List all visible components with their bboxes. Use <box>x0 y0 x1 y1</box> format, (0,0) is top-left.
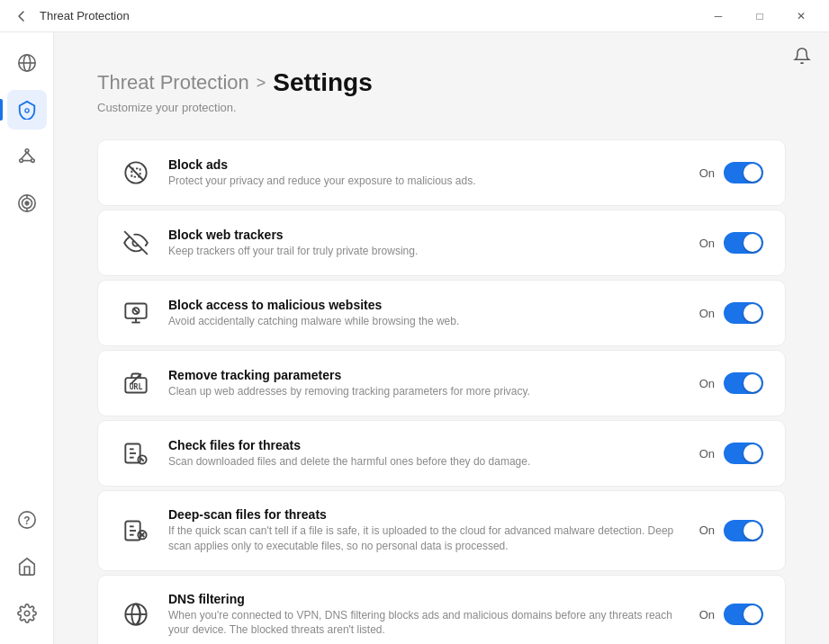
block-web-trackers-toggle[interactable] <box>724 232 763 254</box>
sidebar-item-shield[interactable] <box>7 90 47 130</box>
svg-point-7 <box>31 159 34 163</box>
svg-point-6 <box>19 159 23 163</box>
remove-tracking-params-label: On <box>699 377 715 390</box>
block-malicious-websites-label: On <box>699 307 715 320</box>
title-bar-title: Threat Protection <box>40 9 701 22</box>
setting-card-block-ads: Block ads Protect your privacy and reduc… <box>97 139 786 206</box>
check-files-threats-label: On <box>699 447 715 461</box>
remove-tracking-params-icon: URL <box>120 367 152 399</box>
page-subtitle: Customize your protection. <box>97 101 786 114</box>
block-ads-control: On <box>699 162 763 183</box>
dns-filtering-title: DNS filtering <box>168 592 683 606</box>
block-web-trackers-label: On <box>699 237 715 250</box>
deep-scan-files-icon <box>120 514 152 547</box>
setting-card-deep-scan-files: Deep-scan files for threats If the quick… <box>97 490 786 571</box>
svg-line-20 <box>129 165 143 180</box>
block-web-trackers-control: On <box>699 232 763 254</box>
remove-tracking-params-title: Remove tracking parameters <box>168 368 683 382</box>
block-malicious-websites-control: On <box>699 302 763 324</box>
deep-scan-files-control: On <box>699 520 763 541</box>
block-ads-desc: Protect your privacy and reduce your exp… <box>168 174 683 189</box>
app-body: ? Threat Protection <box>0 32 829 644</box>
block-ads-title: Block ads <box>168 157 683 172</box>
check-files-threats-control: On <box>699 443 763 464</box>
maximize-button[interactable]: □ <box>739 0 780 32</box>
block-web-trackers-icon <box>120 227 152 259</box>
remove-tracking-params-toggle[interactable] <box>724 372 763 394</box>
svg-point-18 <box>24 611 30 616</box>
block-ads-icon <box>120 157 152 189</box>
sidebar-item-target[interactable] <box>7 183 47 223</box>
sidebar: ? <box>0 32 54 644</box>
svg-line-32 <box>140 458 144 461</box>
setting-card-check-files-threats: Check files for threats Scan downloaded … <box>97 420 786 487</box>
svg-point-13 <box>25 201 29 205</box>
block-web-trackers-title: Block web trackers <box>168 228 683 242</box>
check-files-threats-title: Check files for threats <box>168 438 683 452</box>
block-malicious-websites-icon <box>120 297 152 329</box>
deep-scan-files-toggle[interactable] <box>724 520 763 541</box>
dns-filtering-label: On <box>699 608 715 622</box>
setting-card-remove-tracking-params: URL Remove tracking parameters Clean up … <box>97 350 786 416</box>
sidebar-item-help[interactable]: ? <box>7 500 47 540</box>
block-ads-toggle[interactable] <box>724 162 763 183</box>
deep-scan-files-label: On <box>699 523 715 537</box>
settings-list: Block ads Protect your privacy and reduc… <box>97 139 786 644</box>
check-files-threats-desc: Scan downloaded files and delete the har… <box>168 454 683 470</box>
svg-point-4 <box>25 110 28 112</box>
check-files-threats-icon <box>120 437 152 470</box>
setting-card-dns-filtering: DNS filtering When you're connected to V… <box>97 575 786 644</box>
window-controls: ─ □ ✕ <box>701 0 818 32</box>
block-web-trackers-desc: Keep trackers off your trail for truly p… <box>168 244 683 259</box>
deep-scan-files-title: Deep-scan files for threats <box>168 507 683 522</box>
sidebar-item-settings[interactable] <box>7 594 47 633</box>
svg-line-9 <box>27 152 32 158</box>
dns-filtering-icon <box>120 598 152 631</box>
setting-card-block-web-trackers: Block web trackers Keep trackers off you… <box>97 210 786 276</box>
sidebar-item-globe[interactable] <box>7 43 47 83</box>
notification-bell[interactable] <box>793 47 811 69</box>
breadcrumb-parent: Threat Protection <box>97 71 249 94</box>
svg-line-8 <box>21 152 26 158</box>
block-ads-label: On <box>699 166 715 180</box>
minimize-button[interactable]: ─ <box>698 0 739 32</box>
check-files-threats-toggle[interactable] <box>724 443 763 464</box>
back-button[interactable] <box>11 5 32 27</box>
remove-tracking-params-control: On <box>699 372 763 394</box>
block-malicious-websites-toggle[interactable] <box>724 302 763 324</box>
block-malicious-websites-desc: Avoid accidentally catching malware whil… <box>168 314 683 329</box>
breadcrumb: Threat Protection > Settings <box>97 68 786 97</box>
title-bar: Threat Protection ─ □ ✕ <box>0 0 829 32</box>
dns-filtering-toggle[interactable] <box>724 604 763 625</box>
deep-scan-files-desc: If the quick scan can't tell if a file i… <box>168 523 683 554</box>
block-malicious-websites-title: Block access to malicious websites <box>168 298 683 312</box>
svg-text:?: ? <box>23 514 30 527</box>
content-area: Threat Protection > Settings Customize y… <box>54 32 829 644</box>
svg-point-5 <box>25 149 29 153</box>
remove-tracking-params-desc: Clean up web addresses by removing track… <box>168 384 683 399</box>
dns-filtering-control: On <box>699 604 763 625</box>
dns-filtering-desc: When you're connected to VPN, DNS filter… <box>168 608 683 639</box>
setting-card-block-malicious-websites: Block access to malicious websites Avoid… <box>97 280 786 346</box>
breadcrumb-arrow: > <box>257 74 266 93</box>
close-button[interactable]: ✕ <box>780 0 822 32</box>
sidebar-item-mesh[interactable] <box>7 137 47 176</box>
breadcrumb-current: Settings <box>273 68 372 97</box>
sidebar-item-home[interactable] <box>7 547 47 586</box>
